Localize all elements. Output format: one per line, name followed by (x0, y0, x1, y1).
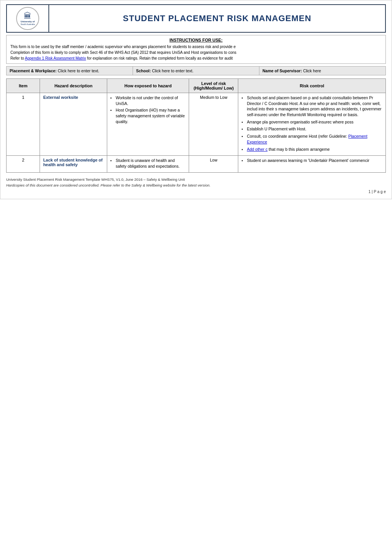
supervisor-cell: Name of Supervisor: Click here (259, 67, 385, 75)
instructions-line3-pre: Refer to (10, 56, 25, 60)
page-title: STUDENT PLACEMENT RISK MANAGEMEN (49, 8, 385, 29)
logo-line1: University of (21, 20, 35, 23)
university-icon: 🏛 (24, 12, 32, 20)
control-item-1-3: Establish U Placement with Host. (241, 126, 382, 132)
appendix-link[interactable]: Appendix 1 Risk Assessment Matrix (25, 56, 86, 60)
page: 🏛 University of South Australia STUDENT … (0, 0, 392, 199)
supervisor-value[interactable]: Click here (303, 68, 321, 73)
supervisor-label: Name of Supervisor: (262, 68, 302, 73)
control-list-2: Student un awareness learning m 'Underta… (241, 158, 382, 163)
table-row: 1 External worksite Worksite is not unde… (7, 93, 386, 156)
add-other-link[interactable]: Add other c (247, 147, 267, 152)
control-item-1-4: Consult, co coordinate arrangeme Host (r… (241, 133, 382, 145)
placement-value[interactable]: Click here to enter text. (58, 68, 99, 73)
instructions-text: This form is to be used by the staff mem… (10, 44, 382, 61)
logo-box: 🏛 University of South Australia (7, 5, 49, 32)
footer: University Student Placement Risk Manage… (6, 177, 386, 195)
control-item-2-1: Student un awareness learning m 'Underta… (241, 158, 382, 163)
footer-page: 1 | P a g e (6, 189, 386, 195)
footer-line1: University Student Placement Risk Manage… (6, 177, 386, 182)
hazard-title-1: External worksite (43, 95, 78, 100)
exposure-cell-1: Worksite is not under the control of Uni… (107, 93, 189, 156)
control-item-1-5: Add other c that may b this placem arran… (241, 147, 382, 152)
instructions-line2: Completion of this form is likely to com… (10, 50, 236, 55)
control-list-1: Schools sel and placem based on p and su… (241, 95, 382, 152)
col-header-control: Risk control (238, 79, 386, 93)
instructions-line1: This form is to be used by the staff mem… (10, 45, 236, 49)
level-cell-2: Low (189, 156, 238, 172)
footer-line2: Hardcopies of this document are consider… (6, 182, 386, 188)
school-label: School: (136, 68, 151, 73)
logo-line2: South Australia (21, 23, 35, 25)
col-header-level: Level of risk(High/Medium/ Low) (189, 79, 238, 93)
exposure-item-2-1: Student is unaware of health and safety … (110, 158, 186, 169)
hazard-cell-1: External worksite (40, 93, 107, 156)
header: 🏛 University of South Australia STUDENT … (6, 4, 386, 33)
control-item-1-1: Schools sel and placem based on p and su… (241, 95, 382, 118)
risk-table: Item Hazard description How exposed to h… (6, 78, 386, 173)
col-header-hazard: Hazard description (40, 79, 107, 93)
school-value[interactable]: Click here to enter text. (152, 68, 193, 73)
instructions-title: INSTRUCTIONS FOR USE: (10, 38, 382, 42)
item-number-1: 1 (7, 93, 40, 156)
hazard-cell-2: Lack of student knowledge of health and … (40, 156, 107, 172)
placement-row: Placement & Workplace: Click here to ent… (6, 66, 386, 75)
exposure-list-1: Worksite is not under the control of Uni… (110, 95, 186, 124)
exposure-list-2: Student is unaware of health and safety … (110, 158, 186, 169)
placement-label: Placement & Workplace: (10, 68, 56, 73)
school-cell: School: Click here to enter text. (133, 67, 259, 75)
control-cell-2: Student un awareness learning m 'Underta… (238, 156, 386, 172)
instructions-box: INSTRUCTIONS FOR USE: This form is to be… (6, 35, 386, 64)
instructions-line3-post: for explanation on risk ratings. Retain … (86, 56, 233, 60)
control-item-1-2: Arrange pla governmen organisatio self-i… (241, 119, 382, 125)
col-header-exposure: How exposed to hazard (107, 79, 189, 93)
exposure-item-1-2: Host Organisation (HO) may have a safety… (110, 107, 186, 124)
hazard-title-2: Lack of student knowledge of health and … (43, 158, 103, 167)
logo-circle: 🏛 University of South Australia (16, 7, 39, 30)
placement-link[interactable]: Placement Experience (247, 134, 367, 144)
exposure-cell-2: Student is unaware of health and safety … (107, 156, 189, 172)
placement-workplace-cell: Placement & Workplace: Click here to ent… (7, 67, 133, 75)
level-cell-1: Medium to Low (189, 93, 238, 156)
item-number-2: 2 (7, 156, 40, 172)
col-header-item: Item (7, 79, 40, 93)
control-cell-1: Schools sel and placem based on p and su… (238, 93, 386, 156)
table-row: 2 Lack of student knowledge of health an… (7, 156, 386, 172)
exposure-item-1-1: Worksite is not under the control of Uni… (110, 95, 186, 106)
